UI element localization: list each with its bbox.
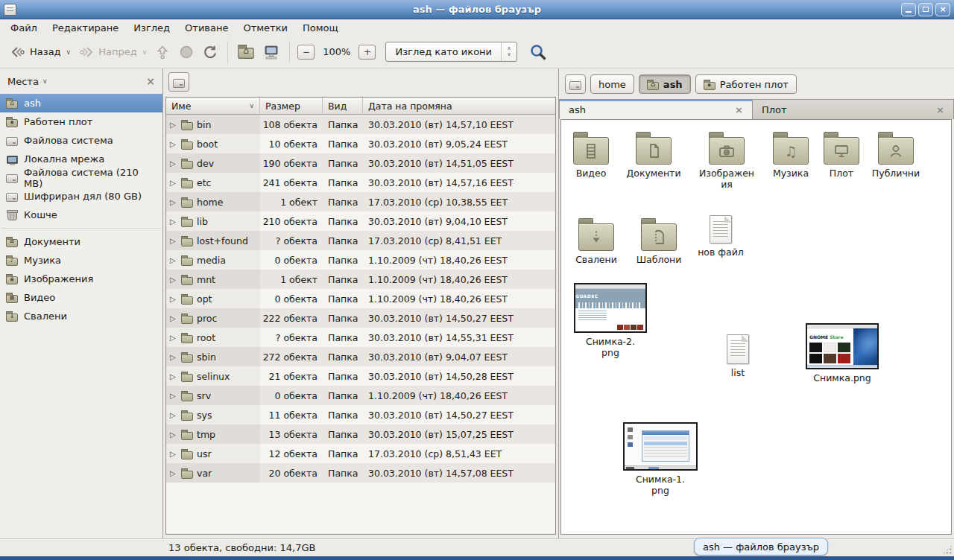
computer-button[interactable] (259, 41, 284, 63)
tab-close-icon[interactable]: × (936, 104, 944, 115)
minimize-button[interactable] (901, 3, 916, 16)
folder-item-video[interactable]: Видео (561, 129, 621, 179)
stop-button[interactable] (174, 41, 198, 63)
file-item-snimka[interactable]: GNOME Store Снимка.png (806, 323, 879, 384)
expander-icon[interactable]: ▷ (170, 276, 177, 284)
table-row[interactable]: ▷ selinux 21 обекта Папка 30.03.2010 (вт… (166, 366, 555, 386)
forward-button[interactable]: Напред ∨ (75, 41, 151, 63)
file-item-snimka-2[interactable]: GUADEC Снимка-2. png (574, 283, 647, 358)
sidebar-item-pictures[interactable]: Изображения (0, 270, 162, 288)
menu-file[interactable]: Файл (3, 21, 45, 35)
breadcrumb-ash-button[interactable]: ash (639, 74, 691, 94)
folder-item-templates[interactable]: Шаблони (629, 215, 689, 265)
table-row[interactable]: ▷ lost+found ? обекта Папка 17.03.2010 (… (166, 231, 555, 250)
tab-plot[interactable]: Плот × (753, 99, 954, 119)
sidebar-item-trash[interactable]: Кошче (0, 206, 162, 224)
view-mode-stepper-icon[interactable]: ∧ ∨ (501, 42, 517, 61)
up-button[interactable] (151, 41, 174, 63)
file-item-new-file[interactable]: нов файл (691, 215, 751, 258)
reload-button[interactable] (198, 41, 222, 63)
folder-item-public[interactable]: Публични (866, 129, 926, 179)
titlebar[interactable]: ash — файлов браузър × (0, 0, 954, 19)
menu-edit[interactable]: Редактиране (45, 21, 126, 35)
expander-icon[interactable]: ▷ (170, 295, 177, 303)
menu-bookmarks[interactable]: Отметки (236, 21, 294, 35)
file-item-list[interactable]: list (708, 334, 768, 378)
expander-icon[interactable]: ▷ (170, 372, 177, 381)
expander-icon[interactable]: ▷ (170, 217, 177, 226)
back-dropdown-icon[interactable]: ∨ (66, 48, 72, 56)
breadcrumb-desktop-button[interactable]: Работен плот (695, 74, 797, 94)
table-row[interactable]: ▷ var 20 обекта Папка 30.03.2010 (вт) 14… (166, 463, 555, 483)
close-button[interactable]: × (935, 3, 950, 16)
sidebar-item-ash[interactable]: ash (0, 94, 162, 112)
folder-item-desktop[interactable]: Плот (812, 129, 871, 179)
column-header-date[interactable]: Дата на промяна (363, 98, 555, 115)
menu-view[interactable]: Изглед (126, 21, 177, 35)
table-row[interactable]: ▷ dev 190 обекта Папка 30.03.2010 (вт) 1… (166, 153, 555, 173)
view-mode-select[interactable]: Изглед като икони ∧ ∨ (385, 42, 517, 62)
maximize-button[interactable] (918, 3, 933, 16)
breadcrumb-root-button[interactable] (565, 74, 586, 94)
expander-icon[interactable]: ▷ (170, 198, 177, 206)
expander-icon[interactable]: ▷ (170, 469, 177, 477)
search-button[interactable] (525, 39, 552, 65)
file-item-snimka-1[interactable]: Снимка-1. png (623, 422, 698, 496)
tab-close-icon[interactable]: × (735, 104, 743, 115)
column-header-name[interactable]: Име∨ (166, 98, 260, 115)
column-header-size[interactable]: Размер (260, 98, 323, 115)
table-row[interactable]: ▷ mnt 1 обект Папка 1.10.2009 (чт) 18,40… (166, 270, 555, 289)
sidebar-item-encrypted-80gb[interactable]: Шифриран дял (80 GB) (0, 187, 162, 206)
table-row[interactable]: ▷ boot 10 обекта Папка 30.03.2010 (вт) 9… (166, 134, 555, 153)
expander-icon[interactable]: ▷ (170, 159, 177, 168)
expander-icon[interactable]: ▷ (170, 314, 177, 322)
expander-icon[interactable]: ▷ (170, 353, 177, 361)
table-row[interactable]: ▷ proc 222 обекта Папка 30.03.2010 (вт) … (166, 308, 555, 328)
expander-icon[interactable]: ▷ (170, 392, 177, 400)
resize-grip-icon[interactable] (942, 544, 953, 555)
forward-dropdown-icon[interactable]: ∨ (142, 48, 148, 56)
sidebar-item-documents[interactable]: Документи (0, 232, 162, 251)
expander-icon[interactable]: ▷ (170, 450, 177, 458)
folder-item-pictures[interactable]: Изображен ия (697, 129, 756, 190)
menu-help[interactable]: Помощ (295, 21, 346, 35)
column-header-type[interactable]: Вид (323, 98, 363, 115)
table-row[interactable]: ▷ media 0 обекта Папка 1.10.2009 (чт) 18… (166, 250, 555, 270)
root-drive-button[interactable] (168, 72, 189, 92)
expander-icon[interactable]: ▷ (170, 430, 177, 439)
sidebar-item-filesystem-210mb[interactable]: Файлова система (210 MB) (0, 168, 162, 187)
sidebar-item-downloads[interactable]: Свалени (0, 307, 162, 325)
table-row[interactable]: ▷ tmp 13 обекта Папка 30.03.2010 (вт) 15… (166, 424, 555, 444)
table-row[interactable]: ▷ sys 11 обекта Папка 30.03.2010 (вт) 14… (166, 405, 555, 424)
sidebar-item-filesystem[interactable]: Файлова система (0, 131, 162, 150)
table-row[interactable]: ▷ opt 0 обекта Папка 1.10.2009 (чт) 18,4… (166, 289, 555, 308)
table-row[interactable]: ▷ lib 210 обекта Папка 30.03.2010 (вт) 9… (166, 211, 555, 231)
expander-icon[interactable]: ▷ (170, 411, 177, 419)
sidebar-item-music[interactable]: Музика (0, 251, 162, 270)
back-button[interactable]: Назад ∨ (6, 41, 75, 63)
sidebar-dropdown-icon[interactable]: ∨ (42, 77, 48, 85)
expander-icon[interactable]: ▷ (170, 179, 177, 187)
breadcrumb-home-button[interactable]: home (590, 74, 634, 94)
table-row[interactable]: ▷ bin 108 обекта Папка 30.03.2010 (вт) 1… (166, 115, 555, 134)
tab-ash[interactable]: ash × (559, 99, 753, 119)
expander-icon[interactable]: ▷ (170, 237, 177, 245)
icon-view[interactable]: Видео Документи Изображен ия ♫ Музика Пл… (560, 119, 952, 535)
table-row[interactable]: ▷ srv 0 обекта Папка 1.10.2009 (чт) 18,4… (166, 386, 555, 405)
expander-icon[interactable]: ▷ (170, 334, 177, 342)
sidebar-item-network[interactable]: Локална мрежа (0, 150, 162, 168)
zoom-out-button[interactable]: − (297, 45, 315, 60)
table-row[interactable]: ▷ home 1 обект Папка 17.03.2010 (ср) 10,… (166, 192, 555, 211)
menu-go[interactable]: Отиване (177, 21, 236, 35)
expander-icon[interactable]: ▷ (170, 256, 177, 264)
zoom-in-button[interactable]: + (358, 45, 376, 60)
sidebar-title[interactable]: Места (7, 76, 39, 87)
sidebar-close-icon[interactable]: × (146, 75, 155, 87)
home-button[interactable] (233, 42, 259, 62)
sidebar-item-desktop[interactable]: Работен плот (0, 112, 162, 131)
sidebar-item-video[interactable]: Видео (0, 288, 162, 307)
table-row[interactable]: ▷ etc 241 обекта Папка 30.03.2010 (вт) 1… (166, 173, 555, 192)
table-row[interactable]: ▷ root ? обекта Папка 30.03.2010 (вт) 14… (166, 328, 555, 347)
folder-item-downloads[interactable]: Свалени (566, 215, 626, 265)
table-row[interactable]: ▷ usr 12 обекта Папка 17.03.2010 (ср) 8,… (166, 444, 555, 463)
